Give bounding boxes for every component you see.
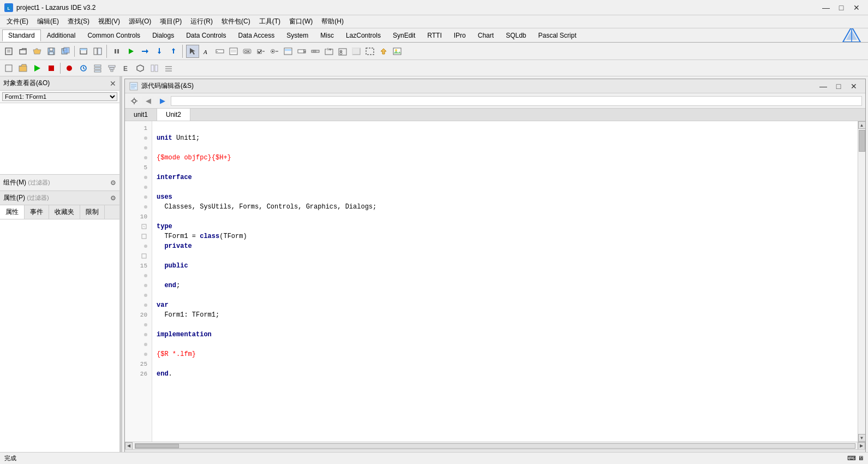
menu-view[interactable]: 视图(V)	[94, 16, 124, 27]
line-num-5: 5	[125, 163, 152, 172]
editor-tab-unit1[interactable]: unit1	[125, 109, 157, 121]
comp-edit[interactable]	[213, 45, 226, 58]
open-folder-button[interactable]	[31, 45, 44, 58]
menu-project[interactable]: 项目(P)	[155, 16, 186, 27]
run-button[interactable]	[124, 45, 137, 58]
palette-tab-rtti[interactable]: RTTI	[421, 29, 447, 41]
editor-location-bar[interactable]	[171, 96, 862, 106]
palette-tab-dialogs[interactable]: Dialogs	[146, 29, 180, 41]
open-button[interactable]	[16, 45, 29, 58]
palette-tab-laz-controls[interactable]: LazControls	[340, 29, 387, 41]
palette-tab-data-access[interactable]: Data Access	[232, 29, 281, 41]
palette-tab-additional[interactable]: Additional	[41, 29, 82, 41]
toolbar-registers[interactable]	[148, 62, 161, 75]
menu-tools[interactable]: 工具(T)	[255, 16, 285, 27]
palette-tab-ipro[interactable]: IPro	[448, 29, 472, 41]
palette-tab-data-controls[interactable]: Data Controls	[180, 29, 232, 41]
palette-tab-pascal-script[interactable]: Pascal Script	[532, 29, 582, 41]
menu-file[interactable]: 文件(E)	[2, 16, 33, 27]
scroll-down-arrow[interactable]: ▼	[858, 434, 866, 442]
code-editor-title-bar: 源代码编辑器(&S) — □ ✕	[125, 79, 865, 93]
palette-tab-sqldb[interactable]: SQLdb	[500, 29, 532, 41]
properties-filter-button[interactable]: ⚙	[110, 194, 116, 202]
comp-panel[interactable]	[350, 45, 363, 58]
step-out-button[interactable]	[167, 45, 180, 58]
maximize-button[interactable]: □	[834, 2, 848, 13]
horizontal-scrollbar[interactable]: ◀ ▶	[125, 442, 865, 449]
comp-scrollbar[interactable]	[309, 45, 322, 58]
left-panel-resize[interactable]	[120, 76, 122, 464]
comp-arrow[interactable]	[186, 45, 199, 58]
menu-run[interactable]: 运行(R)	[186, 16, 217, 27]
run-pause-button[interactable]	[110, 45, 123, 58]
step-over-button[interactable]	[139, 45, 152, 58]
palette-tab-system[interactable]: System	[280, 29, 314, 41]
hscroll-right-arrow[interactable]: ▶	[858, 442, 865, 450]
minimize-button[interactable]: —	[819, 2, 833, 13]
comp-actionlist[interactable]	[377, 45, 390, 58]
editor-tab-unit2[interactable]: Unit2	[157, 109, 190, 121]
code-editor-close[interactable]: ✕	[847, 81, 861, 92]
hscroll-left-arrow[interactable]: ◀	[125, 442, 133, 450]
toggle-form-button[interactable]	[77, 45, 90, 58]
hscroll-track[interactable]	[135, 443, 855, 449]
toolbar-callstack[interactable]	[105, 62, 118, 75]
toolbar-watch[interactable]	[77, 62, 90, 75]
toolbar-run2[interactable]	[31, 62, 44, 75]
comp-listbox[interactable]	[282, 45, 295, 58]
vertical-scrollbar[interactable]: ▲ ▼	[858, 121, 865, 442]
comp-radiogroup[interactable]	[336, 45, 349, 58]
toolbar-stop2[interactable]	[45, 62, 58, 75]
menu-edit[interactable]: 编辑(E)	[33, 16, 63, 27]
menu-help[interactable]: 帮助(H)	[317, 16, 348, 27]
component-select[interactable]: Form1: TForm1	[2, 92, 117, 101]
toolbar-open2[interactable]	[16, 62, 29, 75]
palette-tab-syn-edit[interactable]: SynEdit	[387, 29, 421, 41]
toolbar-locals[interactable]	[91, 62, 104, 75]
comp-combobox[interactable]	[295, 45, 308, 58]
comp-memo[interactable]	[227, 45, 240, 58]
toolbar-disassemble[interactable]	[162, 62, 175, 75]
menu-package[interactable]: 软件包(C)	[217, 16, 255, 27]
comp-image[interactable]	[391, 45, 404, 58]
menu-find[interactable]: 查找(S)	[63, 16, 94, 27]
tab-events[interactable]: 事件	[25, 205, 49, 219]
comp-label[interactable]: A	[200, 45, 213, 58]
view-toggle-button[interactable]	[91, 45, 104, 58]
toolbar-new2[interactable]	[2, 62, 15, 75]
toolbar-history[interactable]	[134, 62, 147, 75]
palette-tab-common-controls[interactable]: Common Controls	[81, 29, 146, 41]
palette-tab-chart[interactable]: Chart	[472, 29, 500, 41]
editor-back-button[interactable]: ◀	[142, 96, 154, 106]
code-editor-maximize[interactable]: □	[831, 81, 846, 92]
comp-frame[interactable]	[363, 45, 376, 58]
object-inspector-close[interactable]: ✕	[110, 79, 116, 88]
comp-radiobutton[interactable]	[268, 45, 281, 58]
palette-tab-misc[interactable]: Misc	[314, 29, 340, 41]
code-editor-minimize[interactable]: —	[816, 81, 830, 92]
editor-forward-button[interactable]: ▶	[157, 96, 169, 106]
tab-properties[interactable]: 属性	[0, 205, 25, 219]
comp-button[interactable]: OK	[241, 45, 254, 58]
save-button[interactable]	[45, 45, 58, 58]
toolbar-breakpoint[interactable]	[63, 62, 76, 75]
scroll-thumb[interactable]	[859, 130, 865, 152]
tab-favorites[interactable]: 收藏夹	[49, 205, 80, 219]
components-filter-button[interactable]: ⚙	[110, 179, 116, 187]
new-button[interactable]	[2, 45, 15, 58]
comp-groupbox[interactable]: Grp	[322, 45, 336, 58]
tab-restrictions[interactable]: 限制	[80, 205, 105, 219]
hscroll-thumb[interactable]	[135, 444, 179, 448]
palette-tab-standard[interactable]: Standard	[2, 29, 41, 41]
menu-source[interactable]: 源码(O)	[124, 16, 155, 27]
editor-settings-button[interactable]	[128, 96, 140, 106]
menu-window[interactable]: 窗口(W)	[285, 16, 317, 27]
code-content[interactable]: unit Unit1; {$mode objfpc}{$H+} interfac…	[152, 121, 858, 442]
toolbar-evaluate[interactable]: E	[119, 62, 133, 75]
scroll-up-arrow[interactable]: ▲	[858, 121, 866, 129]
comp-checkbox[interactable]	[254, 45, 267, 58]
save-all-button[interactable]	[59, 45, 72, 58]
line-num-dot-14	[125, 251, 152, 261]
close-button[interactable]: ✕	[849, 2, 864, 13]
step-into-button[interactable]	[153, 45, 166, 58]
